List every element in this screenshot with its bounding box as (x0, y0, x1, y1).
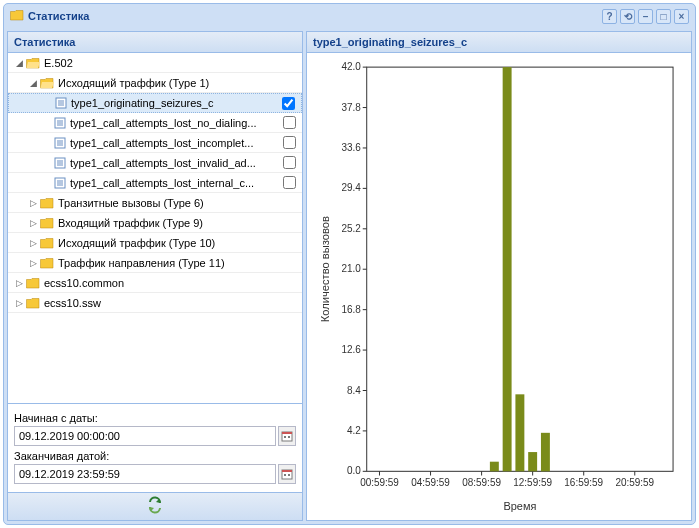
folder-open-icon (26, 57, 40, 69)
date-from-label: Начиная с даты: (14, 412, 296, 424)
svg-rect-22 (284, 436, 286, 438)
leaf-icon (54, 137, 66, 149)
svg-text:00:59:59: 00:59:59 (360, 476, 399, 487)
collapse-icon[interactable]: ▷ (12, 298, 26, 308)
svg-rect-65 (515, 394, 524, 471)
tree-leaf-no-dialing[interactable]: type1_call_attempts_lost_no_dialing... (8, 113, 302, 133)
svg-text:12:59:59: 12:59:59 (513, 476, 552, 487)
tree-node-label: Входящий траффик (Type 9) (58, 217, 280, 229)
chart-area: 0.04.28.412.616.821.025.229.433.637.842.… (307, 53, 691, 520)
collapse-icon[interactable]: ▷ (26, 198, 40, 208)
refresh-icon (146, 496, 164, 514)
svg-rect-66 (528, 452, 537, 471)
help-button[interactable]: ? (602, 9, 617, 24)
minimize-button[interactable]: – (638, 9, 653, 24)
tree-node-label: type1_call_attempts_lost_no_dialing... (70, 117, 280, 129)
svg-text:4.2: 4.2 (347, 425, 361, 436)
collapse-icon[interactable]: ▷ (26, 238, 40, 248)
leaf-icon (54, 157, 66, 169)
svg-text:37.8: 37.8 (341, 101, 361, 112)
sidebar-panel: Статистика ◢ E.502 ◢ Исходящий траффик (… (7, 31, 303, 521)
tree-node-label: ecss10.common (44, 277, 280, 289)
folder-open-icon (40, 77, 54, 89)
date-from-picker-button[interactable] (278, 426, 296, 446)
folder-icon (26, 297, 40, 309)
tree-node-outgoing-type1[interactable]: ◢ Исходящий траффик (Type 1) (8, 73, 302, 93)
svg-text:8.4: 8.4 (347, 384, 361, 395)
series-checkbox[interactable] (283, 136, 296, 149)
tree-node-incoming-type9[interactable]: ▷ Входящий траффик (Type 9) (8, 213, 302, 233)
close-button[interactable]: × (674, 9, 689, 24)
tree-node-label: ecss10.ssw (44, 297, 280, 309)
leaf-icon (54, 117, 66, 129)
svg-text:0.0: 0.0 (347, 465, 361, 476)
tree-node-transit-type6[interactable]: ▷ Транзитные вызовы (Type 6) (8, 193, 302, 213)
stats-window: Статистика ? ⟲ – □ × Статистика ◢ E.502 (3, 3, 696, 525)
date-range-panel: Начиная с даты: Заканчивая датой: (8, 403, 302, 492)
series-checkbox[interactable] (283, 176, 296, 189)
tree-node-outgoing-type10[interactable]: ▷ Исходящий траффик (Type 10) (8, 233, 302, 253)
tree-leaf-internal[interactable]: type1_call_attempts_lost_internal_c... (8, 173, 302, 193)
folder-icon (40, 257, 54, 269)
tree-node-label: Исходящий траффик (Type 10) (58, 237, 280, 249)
tree-node-label: E.502 (44, 57, 280, 69)
series-checkbox[interactable] (283, 156, 296, 169)
refresh-toolbar (8, 492, 302, 520)
svg-rect-25 (282, 470, 292, 472)
svg-text:Количество вызовов: Количество вызовов (319, 216, 331, 322)
expand-icon[interactable]: ◢ (12, 58, 26, 68)
collapse-icon[interactable]: ▷ (26, 258, 40, 268)
date-to-input[interactable] (14, 464, 276, 484)
window-button-group: ? ⟲ – □ × (602, 9, 689, 24)
svg-rect-21 (282, 432, 292, 434)
refresh-button[interactable] (146, 496, 164, 518)
tree-leaf-originating-seizures[interactable]: type1_originating_seizures_c (8, 93, 302, 113)
date-to-picker-button[interactable] (278, 464, 296, 484)
svg-text:16.8: 16.8 (341, 304, 361, 315)
refresh-window-button[interactable]: ⟲ (620, 9, 635, 24)
folder-icon (40, 217, 54, 229)
svg-rect-64 (503, 67, 512, 471)
calendar-icon (281, 430, 293, 442)
maximize-button[interactable]: □ (656, 9, 671, 24)
stats-tree[interactable]: ◢ E.502 ◢ Исходящий траффик (Type 1) typ… (8, 53, 302, 403)
svg-text:33.6: 33.6 (341, 142, 361, 153)
tree-node-ecss10-ssw[interactable]: ▷ ecss10.ssw (8, 293, 302, 313)
series-checkbox[interactable] (282, 97, 295, 110)
svg-text:20:59:59: 20:59:59 (615, 476, 654, 487)
date-from-input[interactable] (14, 426, 276, 446)
svg-rect-63 (490, 462, 499, 472)
svg-text:25.2: 25.2 (341, 223, 361, 234)
tree-leaf-invalid-addr[interactable]: type1_call_attempts_lost_invalid_ad... (8, 153, 302, 173)
svg-text:21.0: 21.0 (341, 263, 361, 274)
tree-leaf-incomplete[interactable]: type1_call_attempts_lost_incomplet... (8, 133, 302, 153)
collapse-icon[interactable]: ▷ (12, 278, 26, 288)
svg-text:08:59:59: 08:59:59 (462, 476, 501, 487)
tree-node-direction-type11[interactable]: ▷ Траффик направления (Type 11) (8, 253, 302, 273)
chart-panel: type1_originating_seizures_c 0.04.28.412… (306, 31, 692, 521)
leaf-icon (55, 97, 67, 109)
folder-icon (26, 277, 40, 289)
svg-rect-23 (288, 436, 290, 438)
svg-text:42.0: 42.0 (341, 61, 361, 72)
folder-icon (40, 197, 54, 209)
tree-node-label: type1_call_attempts_lost_invalid_ad... (70, 157, 280, 169)
series-checkbox[interactable] (283, 116, 296, 129)
svg-rect-27 (288, 474, 290, 476)
svg-text:12.6: 12.6 (341, 344, 361, 355)
expand-icon[interactable]: ◢ (26, 78, 40, 88)
sidebar-header: Статистика (8, 32, 302, 53)
tree-node-label: type1_call_attempts_lost_internal_c... (70, 177, 280, 189)
folder-icon (10, 9, 24, 23)
svg-rect-26 (284, 474, 286, 476)
tree-node-label: type1_originating_seizures_c (71, 97, 279, 109)
tree-node-ecss10-common[interactable]: ▷ ecss10.common (8, 273, 302, 293)
chart-title: type1_originating_seizures_c (307, 32, 691, 53)
svg-text:Время: Время (503, 500, 536, 512)
tree-node-e502[interactable]: ◢ E.502 (8, 53, 302, 73)
collapse-icon[interactable]: ▷ (26, 218, 40, 228)
tree-node-label: type1_call_attempts_lost_incomplet... (70, 137, 280, 149)
svg-rect-67 (541, 433, 550, 471)
tree-node-label: Исходящий траффик (Type 1) (58, 77, 280, 89)
svg-text:16:59:59: 16:59:59 (564, 476, 603, 487)
